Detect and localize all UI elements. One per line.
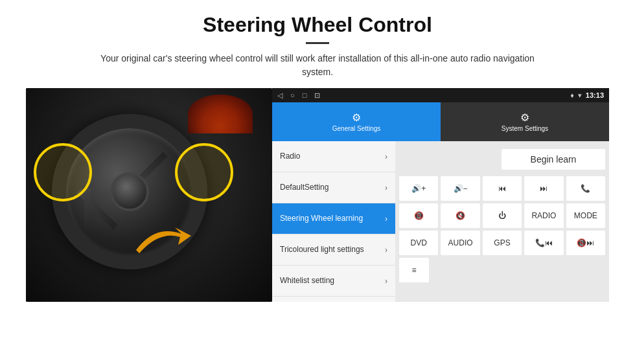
hangup-icon: 📵 — [414, 211, 424, 220]
gear-icon: ⚙ — [352, 111, 361, 124]
chevron-icon-default: › — [385, 183, 387, 192]
highlight-right — [175, 143, 233, 201]
radio-label: RADIO — [531, 211, 556, 220]
menu-item-radio-label: Radio — [280, 152, 300, 161]
tel-next-icon: 📵⏭ — [577, 238, 594, 247]
prev-track-button[interactable]: ⏮ — [483, 176, 522, 201]
chevron-icon-tricoloured: › — [385, 245, 387, 255]
location-icon: ♦ — [570, 91, 574, 99]
chevron-icon-radio: › — [385, 152, 387, 161]
status-right: ♦ ▾ 13:13 — [570, 91, 604, 100]
phone-icon: 📞 — [581, 184, 590, 193]
wifi-icon: ▾ — [578, 91, 582, 100]
recent-icon[interactable]: □ — [303, 91, 307, 100]
settings-tabs: ⚙ General Settings ⚙ System Settings — [272, 102, 609, 141]
volume-down-icon: 🔊− — [454, 184, 468, 193]
menu-item-whitelist-label: Whitelist setting — [280, 276, 334, 285]
menu-item-steering-label: Steering Wheel learning — [280, 214, 363, 223]
header-description: Your original car's steering wheel contr… — [91, 52, 544, 79]
power-icon: ⏻ — [498, 211, 506, 220]
tab-system-settings[interactable]: ⚙ System Settings — [441, 102, 609, 141]
tablet-ui: ◁ ○ □ ⊡ ♦ ▾ 13:13 ⚙ General Settings — [272, 88, 609, 302]
menu-list: Radio › DefaultSetting › Steering Wheel … — [272, 141, 395, 302]
gps-label: GPS — [494, 238, 510, 247]
highlight-left — [34, 143, 92, 201]
radio-button[interactable]: RADIO — [524, 203, 563, 228]
status-time: 13:13 — [586, 91, 604, 99]
audio-button[interactable]: AUDIO — [441, 231, 479, 255]
tablet-main: Radio › DefaultSetting › Steering Wheel … — [272, 141, 609, 302]
tab-general-label: General Settings — [332, 125, 381, 132]
page-header: Steering Wheel Control Your original car… — [26, 13, 609, 79]
dvd-label: DVD — [411, 238, 427, 247]
page-title: Steering Wheel Control — [26, 13, 609, 37]
button-row-3: DVD AUDIO GPS 📞⏮ 📵⏭ — [399, 231, 605, 255]
phone-answer-button[interactable]: 📞 — [566, 176, 605, 201]
next-track-icon: ⏭ — [540, 184, 548, 193]
begin-learn-button[interactable]: Begin learn — [502, 149, 605, 170]
menu-icon[interactable]: ⊡ — [314, 91, 320, 100]
tab-system-label: System Settings — [502, 125, 548, 132]
menu-item-tricoloured-label: Tricoloured light settings — [280, 245, 364, 254]
system-icon: ⚙ — [520, 111, 529, 124]
gps-button[interactable]: GPS — [483, 231, 522, 255]
tel-next-button[interactable]: 📵⏭ — [566, 231, 605, 255]
dvd-button[interactable]: DVD — [399, 231, 438, 255]
audio-label: AUDIO — [448, 238, 473, 247]
mute-icon: 🔇 — [456, 211, 465, 220]
steering-wheel-image — [26, 88, 272, 302]
volume-up-icon: 🔊+ — [411, 184, 426, 193]
menu-item-steering-wheel[interactable]: Steering Wheel learning › — [272, 203, 395, 234]
menu-item-radio[interactable]: Radio › — [272, 141, 395, 172]
header-divider — [306, 42, 329, 44]
page-wrapper: Steering Wheel Control Your original car… — [0, 0, 635, 308]
list-menu-button[interactable]: ≡ — [399, 258, 429, 282]
menu-item-default-label: DefaultSetting — [280, 183, 329, 192]
mute-button[interactable]: 🔇 — [441, 203, 479, 228]
begin-learn-row: Begin learn — [399, 145, 605, 174]
power-button[interactable]: ⏻ — [483, 203, 522, 228]
next-track-button[interactable]: ⏭ — [524, 176, 563, 201]
button-row-1: 🔊+ 🔊− ⏮ ⏭ 📞 — [399, 176, 605, 201]
right-panel: Begin learn 🔊+ 🔊− ⏮ — [395, 141, 609, 302]
menu-item-whitelist[interactable]: Whitelist setting › — [272, 266, 395, 297]
arrow-overlay — [130, 211, 207, 263]
tab-general-settings[interactable]: ⚙ General Settings — [272, 102, 441, 141]
chevron-icon-whitelist: › — [385, 277, 387, 286]
menu-item-tricoloured[interactable]: Tricoloured light settings › — [272, 234, 395, 266]
mode-button[interactable]: MODE — [566, 203, 605, 228]
button-row-2: 📵 🔇 ⏻ RADIO MODE — [399, 203, 605, 228]
volume-down-button[interactable]: 🔊− — [441, 176, 479, 201]
button-row-4: ≡ — [399, 258, 605, 282]
content-area: ◁ ○ □ ⊡ ♦ ▾ 13:13 ⚙ General Settings — [26, 88, 609, 302]
volume-up-button[interactable]: 🔊+ — [399, 176, 438, 201]
status-bar: ◁ ○ □ ⊡ ♦ ▾ 13:13 — [272, 88, 609, 102]
menu-item-default-setting[interactable]: DefaultSetting › — [272, 172, 395, 203]
tel-prev-button[interactable]: 📞⏮ — [524, 231, 563, 255]
back-icon[interactable]: ◁ — [277, 91, 283, 100]
phone-hangup-button[interactable]: 📵 — [399, 203, 438, 228]
mode-label: MODE — [574, 211, 597, 220]
list-icon: ≡ — [411, 266, 416, 275]
tel-prev-icon: 📞⏮ — [535, 238, 553, 247]
prev-track-icon: ⏮ — [498, 184, 506, 193]
home-icon[interactable]: ○ — [290, 91, 295, 100]
chevron-icon-steering: › — [385, 214, 387, 223]
status-nav-icons: ◁ ○ □ ⊡ — [277, 91, 320, 100]
